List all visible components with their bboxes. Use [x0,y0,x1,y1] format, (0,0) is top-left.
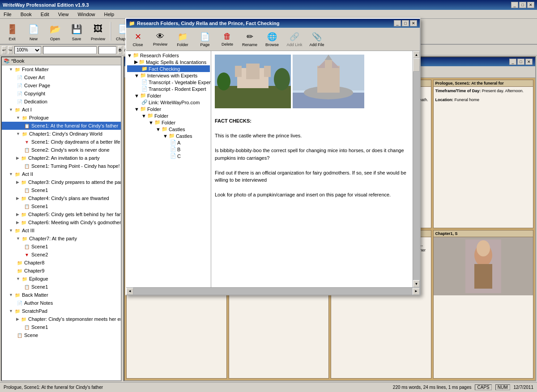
tree-item-prologue[interactable]: ▼ 📁 Prologue [2,114,121,122]
tree-item-epilogue[interactable]: ▼ 📁 Epilogue [2,275,121,283]
scroll-thumb[interactable] [413,58,420,72]
research-scrollbar[interactable]: ▲ ▼ [413,51,420,287]
rt-fact-checking[interactable]: 📁 Fact Checking [127,65,210,72]
folder-icon: 📁 [16,259,23,266]
rt-a[interactable]: 📄 A [127,139,210,146]
num-indicator: NUM [495,384,510,390]
preview-label: Preview [91,37,105,41]
tree-item-chapter6[interactable]: ▶ 📁 Chapter6: Meeting with Cindy's godmo… [2,218,121,226]
save-button[interactable]: 💾 Save [66,20,87,43]
minimize-btn[interactable]: _ [511,2,518,8]
new-button[interactable]: 📄 New [23,20,44,43]
tree-item-act1[interactable]: ▼ 📁 Act I [2,106,121,114]
tree-item-scene1-ch1[interactable]: ▼ Scene1: Cindy daydreams of a better li… [2,138,121,146]
rt-b[interactable]: 📄 B [127,146,210,153]
tree-item-chapter2[interactable]: ▶ 📁 Chapter2: An invitation to a party [2,154,121,162]
rt-rodent-expert[interactable]: 📄 Transcript - Rodent Expert [127,85,210,92]
title-bar-buttons[interactable]: _ □ ✕ [511,2,534,8]
menu-view[interactable]: View [56,11,71,17]
research-dialog-buttons[interactable]: _ □ ✕ [394,20,417,26]
tree-item-copyright[interactable]: 📄 Copyright [2,89,121,98]
research-browse-button[interactable]: 🌐 Browse [262,30,282,49]
menu-window[interactable]: Window [76,11,97,17]
tree-item-scene-scratch[interactable]: 📋 Scene [2,331,121,339]
research-hscrollbar[interactable]: ◄ ► [126,287,420,294]
tree-item-dedication[interactable]: 📄 Dedication [2,98,121,106]
rt-folder1[interactable]: ▼ 📁 Folder [127,92,210,99]
tb2-redo[interactable]: ↪ [8,46,13,54]
rt-interviews[interactable]: ▼ 📁 Interviews with Experts [127,72,210,79]
rt-magic-spells[interactable]: ▶ 📁 Magic Spells & Incantations [127,59,210,65]
bold-btn[interactable]: B [118,46,122,54]
tree-item-scene2-ch7[interactable]: ▼ Scene2 [2,251,121,259]
preview-button[interactable]: 🖼 Preview [88,20,108,43]
tree-item-back-matter[interactable]: ▼ 📁 Back Matter [2,291,121,299]
rt-castles[interactable]: ▼ 📁 Castles [127,126,210,132]
tree-item-act3[interactable]: ▼ 📁 Act III [2,226,121,234]
rt-c[interactable]: 📄 C [127,153,210,159]
tree-item-chapter7[interactable]: ▼ 📁 Chapter7: At the party [2,234,121,243]
research-restore-btn[interactable]: □ [402,20,409,26]
rt-folder4[interactable]: ▼ 📁 Folder [127,119,210,126]
exit-button[interactable]: 🚪 Exit [2,20,22,43]
research-delete-button[interactable]: 🗑 Delete [217,30,238,49]
rt-folder2[interactable]: ▼ 📁 Folder [127,106,210,112]
tree-item-cover-page[interactable]: 📄 Cover Page [2,81,121,89]
research-preview-button[interactable]: 👁 Preview [150,30,170,49]
rt-veg-expert[interactable]: 📄 Transcript - Vegetable Expert [127,79,210,85]
tree-item-scene1-prologue[interactable]: 📋 Scene1: At the funeral for Cindy's fat… [2,122,121,130]
hscroll-left-btn[interactable]: ◄ [126,288,133,295]
zoom-select[interactable]: 100% 75% 125% [14,46,41,54]
research-close-button[interactable]: ✕ Close [128,30,148,49]
tree-item-ch-stepmonster[interactable]: ▶ 📁 Chapter: Cindy's stepmonster meets h… [2,315,121,323]
book-close-btn[interactable]: ✕ [525,59,533,65]
research-rename-button[interactable]: ✏ Rename [239,30,260,49]
font-size-input[interactable] [98,46,116,54]
tree-item-chapter1[interactable]: ▼ 📁 Chapter1: Cindy's Ordinary World [2,130,121,138]
tree-item-chapter3[interactable]: ▶ 📁 Chapter3: Cindy prepares to attend t… [2,178,121,186]
research-add-link-button[interactable]: 🔗 Add Link [284,30,305,49]
tree-item-chapter4[interactable]: ▶ 📁 Chapter4: Cindy's plans are thwarted [2,194,121,202]
tree-item-scene1-ch2[interactable]: 📋 Scene1: Turning Point - Cindy has hope… [2,162,121,170]
tree-item-chapter8[interactable]: 📁 Chapter8 [2,259,121,267]
research-minimize-btn[interactable]: _ [394,20,401,26]
book-restore-btn[interactable]: □ [517,59,524,65]
storyboard-card-4[interactable]: Prologue, Scene1: At the funeral for Tim… [433,80,534,228]
open-button[interactable]: 📂 Open [45,20,65,43]
tree-item-scene1-scratch[interactable]: 📋 Scene1 [2,323,121,331]
scroll-down-btn[interactable]: ▼ [413,280,420,287]
rt-castles2[interactable]: ▼ 📁 Castles [127,132,210,139]
hscroll-right-btn[interactable]: ► [413,288,420,295]
rt-folder3[interactable]: ▼ 📁 Folder [127,112,210,119]
font-name-input[interactable] [43,46,97,54]
tb2-undo[interactable]: ↩ [2,46,6,54]
rt-link-wwpro[interactable]: 🔗 Link: WriteWayPro.com [127,99,210,106]
close-btn[interactable]: ✕ [527,2,534,8]
research-page-button[interactable]: 📄 Page [195,30,215,49]
tree-item-scene2-ch1[interactable]: 📋 Scene2: Cindy's work is never done [2,146,121,154]
research-close-btn[interactable]: ✕ [410,20,417,26]
menu-edit[interactable]: Edit [39,11,51,17]
book-window-buttons[interactable]: _ □ ✕ [509,59,533,65]
menu-book[interactable]: Book [19,11,34,17]
maximize-btn[interactable]: □ [519,2,526,8]
menu-help[interactable]: Help [102,11,116,17]
tree-item-author-notes[interactable]: 📄 Author Notes [2,299,121,307]
tree-item-scratchpad[interactable]: ▼ 📁 ScratchPad [2,307,121,315]
book-minimize-btn[interactable]: _ [509,59,516,65]
tree-item-scene1-ch3[interactable]: 📋 Scene1 [2,186,121,194]
research-folder-button[interactable]: 📁 Folder [172,30,193,49]
tree-item-scene1-ch4[interactable]: 📋 Scene1 [2,202,121,210]
research-add-file-button[interactable]: 📎 Add File [307,30,327,49]
tree-item-chapter9[interactable]: 📁 Chapter9 [2,267,121,275]
scroll-up-btn[interactable]: ▲ [413,51,420,58]
tree-item-cover-art[interactable]: 📄 Cover Art [2,73,121,81]
tree-item-act2[interactable]: ▼ 📁 Act II [2,170,121,178]
tree-item-chapter5[interactable]: ▶ 📁 Chapter5: Cindy gets left behind by … [2,210,121,218]
storyboard-card-8[interactable]: Chapter1, S [433,230,534,379]
rt-research-folders[interactable]: ▼ 📁 Research Folders [127,52,210,59]
tree-item-front-matter[interactable]: ▼ 📁 Front Matter [2,65,121,73]
tree-item-scene1-ch7[interactable]: 📋 Scene1 [2,243,121,251]
menu-file[interactable]: File [2,11,13,17]
tree-item-scene1-epi[interactable]: 📋 Scene1 [2,283,121,291]
